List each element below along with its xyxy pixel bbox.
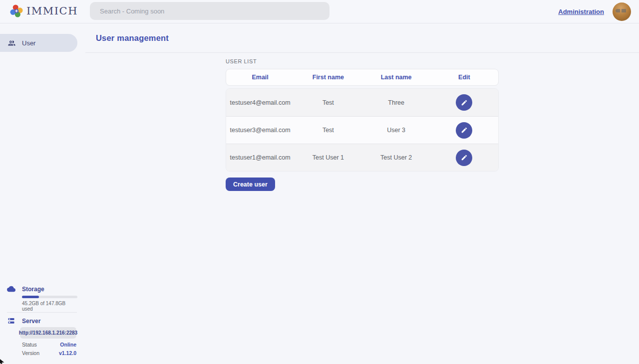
- sidebar: User Storage 45.2GB of 147.8GB used Serv…: [0, 23, 77, 364]
- edit-user-button[interactable]: [456, 122, 472, 139]
- immich-flower-logo-icon: [9, 4, 23, 18]
- create-user-button[interactable]: Create user: [226, 178, 275, 191]
- administration-link[interactable]: Administration: [558, 8, 604, 15]
- cell-last-name: User 3: [362, 127, 430, 134]
- cell-first-name: Test: [294, 99, 362, 106]
- top-header: IMMICH Administration: [0, 0, 639, 23]
- server-status-value: Online: [60, 342, 76, 348]
- cell-email: testuser3@email.com: [226, 127, 294, 134]
- column-header-first-name: First name: [294, 74, 362, 81]
- cell-last-name: Test User 2: [362, 154, 430, 161]
- search-input[interactable]: [90, 2, 329, 20]
- storage-usage-text: 45.2GB of 147.8GB used: [22, 301, 77, 312]
- table-row: testuser4@email.com Test Three: [226, 89, 498, 116]
- pencil-icon: [461, 99, 468, 106]
- cell-first-name: Test: [294, 127, 362, 134]
- column-header-email: Email: [226, 74, 294, 81]
- app-name: IMMICH: [26, 5, 78, 17]
- server-icon: [7, 317, 15, 325]
- cell-first-name: Test User 1: [294, 154, 362, 161]
- title-bar: User management: [85, 23, 639, 53]
- edit-user-button[interactable]: [456, 150, 472, 166]
- group-icon: [7, 39, 16, 47]
- cursor-arrow-icon: [0, 358, 5, 364]
- pencil-icon: [461, 154, 468, 161]
- server-title: Server: [22, 318, 40, 325]
- sidebar-divider: [7, 312, 77, 313]
- pencil-icon: [461, 127, 468, 134]
- server-version-value: v1.12.0: [59, 350, 76, 356]
- main-content: User management USER LIST Email First na…: [85, 23, 639, 364]
- sidebar-item-user[interactable]: User: [0, 34, 77, 52]
- cell-email: testuser1@email.com: [226, 154, 294, 161]
- sidebar-footer: Storage 45.2GB of 147.8GB used Server ht…: [0, 281, 77, 364]
- user-list-label: USER LIST: [226, 58, 499, 64]
- cell-last-name: Three: [362, 99, 430, 106]
- storage-progress-fill: [22, 296, 39, 298]
- table-header-row: Email First name Last name Edit: [226, 69, 499, 86]
- table-row: testuser3@email.com Test User 3: [226, 116, 498, 144]
- column-header-edit: Edit: [430, 74, 498, 81]
- table-row: testuser1@email.com Test User 1 Test Use…: [226, 144, 498, 171]
- edit-user-button[interactable]: [456, 94, 472, 111]
- server-status-label: Status: [22, 342, 37, 348]
- storage-progress-bar: [22, 296, 77, 298]
- avatar[interactable]: [613, 2, 631, 21]
- user-table: testuser4@email.com Test Three testuser3…: [226, 88, 499, 172]
- app-logo[interactable]: IMMICH: [9, 4, 78, 18]
- cell-email: testuser4@email.com: [226, 99, 294, 106]
- page-title: User management: [96, 33, 169, 43]
- cloud-icon: [7, 285, 15, 293]
- storage-title: Storage: [22, 286, 44, 293]
- server-url-chip[interactable]: http://192.168.1.216:2283: [20, 327, 76, 339]
- server-version-label: Version: [22, 350, 39, 356]
- sidebar-item-label: User: [22, 39, 35, 47]
- column-header-last-name: Last name: [362, 74, 430, 81]
